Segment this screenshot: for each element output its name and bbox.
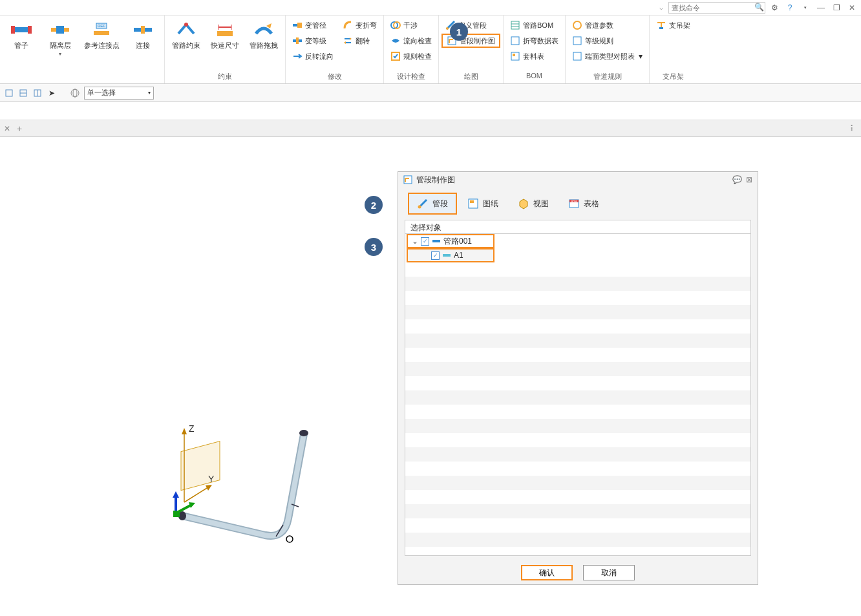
sel-globe-icon[interactable] [70,88,80,98]
ribbon-group-label: BOM [506,72,562,83]
btn-reverse-flow[interactable]: 反转流向 [288,49,337,63]
dialog-titlebar: 管段制作图 💬 ⊠ [398,172,758,187]
ribbon-group-basic: 管子 隔离层 ▾ REF 参考连接点 连接 [0,16,165,83]
svg-point-40 [71,89,79,97]
pipe-route-icon [432,237,441,246]
btn-rule-check[interactable]: 规则检查 [387,49,436,63]
svg-rect-16 [293,24,297,27]
svg-marker-67 [182,428,187,434]
svg-text:Z: Z [189,423,195,434]
svg-rect-19 [296,37,299,44]
btn-change-grade[interactable]: 变等级 [288,34,337,48]
svg-rect-85 [432,240,440,242]
dialog-tab-view[interactable]: 视图 [509,193,557,214]
tree-empty-row [405,476,750,490]
help-icon[interactable]: ? [783,1,796,14]
search-icon[interactable]: 🔍 [754,3,764,12]
object-tree[interactable]: ⌄ ✓ 管路001 ✓ A1 [405,234,751,556]
svg-rect-7 [94,31,109,35]
ribbon-group-label: 约束 [167,72,282,83]
svg-rect-1 [11,26,15,34]
btn-pipe-bom[interactable]: 管路BOM [506,18,562,32]
selection-mode-combo[interactable]: 单一选择 ▾ [84,87,154,100]
btn-quick-dim[interactable]: 快速尺寸 [206,17,244,72]
sel-filter-icon-2[interactable] [18,88,28,98]
btn-change-diameter[interactable]: 变管径 [288,18,337,32]
svg-rect-9 [144,28,152,32]
dialog-tab-segment[interactable]: 管段 [409,193,456,214]
dialog-speech-icon[interactable]: 💬 [732,175,742,184]
svg-rect-86 [443,254,451,257]
dialog-tab-table[interactable]: BOM 表格 [560,193,608,214]
gear-icon[interactable]: ⚙ [768,1,781,14]
pipe-3d-view: Z Y [149,396,343,551]
view-icon [518,198,529,209]
btn-pipe-constraint[interactable]: 管路约束 [167,17,205,72]
btn-pipe-params[interactable]: 管道参数 [568,18,646,32]
ribbon-group-modify: 变管径 变等级 反转流向 变折弯 翻转 修改 [286,16,384,83]
btn-nesting[interactable]: 套料表 [506,49,562,63]
btn-hanger[interactable]: 支吊架 [652,18,694,32]
tree-empty-row [405,277,750,291]
tree-child-row[interactable]: ✓ A1 [407,248,494,262]
sel-cursor-icon[interactable]: ➤ [47,88,57,98]
ribbon-group-check: 干涉 流向检查 规则检查 设计检查 [384,16,439,83]
checkbox[interactable]: ✓ [431,251,440,260]
sel-filter-icon-1[interactable] [4,88,14,98]
checkbox[interactable]: ✓ [421,237,429,246]
dropdown-arrow-icon: ▾ [148,90,151,96]
btn-connect[interactable]: 连接 [124,17,162,72]
tree-empty-row [405,433,750,447]
svg-point-41 [73,89,77,97]
svg-text:REF: REF [98,24,105,28]
tree-empty-row [405,362,750,376]
expand-icon[interactable]: ⌄ [412,237,418,246]
btn-isolation[interactable]: 隔离层 ▾ [41,17,79,72]
restore-icon[interactable]: ❐ [830,1,843,14]
btn-change-bend[interactable]: 变折弯 [339,18,381,32]
svg-marker-73 [173,491,179,498]
cancel-button[interactable]: 取消 [583,565,635,580]
btn-flip[interactable]: 翻转 [339,34,381,48]
search-input[interactable] [668,2,765,14]
svg-point-11 [184,23,188,27]
btn-pipe-drag[interactable]: 管路拖拽 [245,17,282,72]
svg-rect-0 [14,27,29,32]
chevron-icon[interactable]: ⌵ [659,4,663,11]
tab-close-icon[interactable]: ✕ [4,124,10,133]
ribbon-group-label: 支吊架 [652,72,694,83]
btn-ref-connect[interactable]: REF 参考连接点 [80,17,123,72]
tab-overflow-icon[interactable]: ⠇ [850,124,856,133]
minimize-icon[interactable]: — [814,1,827,14]
help-dropdown-icon[interactable]: ▾ [799,1,812,14]
tab-add-icon[interactable]: + [17,123,22,134]
close-icon[interactable]: ✕ [845,1,858,14]
dialog-tab-drawing[interactable]: 图纸 [459,193,507,214]
svg-text:BOM: BOM [571,200,577,203]
ribbon-group-label: 修改 [288,72,381,83]
svg-point-65 [299,430,308,436]
ribbon-group-draw: 定义管段 管段制作图 绘图 [439,16,504,83]
tree-empty-row [405,405,750,419]
svg-rect-8 [134,28,142,32]
tree-empty-row [405,490,750,504]
btn-flow-check[interactable]: 流向检查 [387,34,436,48]
tree-empty-row [405,419,750,433]
sel-filter-icon-3[interactable] [32,88,43,98]
svg-rect-32 [573,37,581,45]
selection-mode-value: 单一选择 [87,88,116,98]
btn-bend-data[interactable]: 折弯数据表 [506,34,562,48]
ok-button[interactable]: 确认 [521,565,573,580]
btn-end-type[interactable]: 端面类型对照表▾ [568,49,646,63]
btn-pipe[interactable]: 管子 [3,17,40,72]
svg-rect-17 [297,23,302,28]
svg-text:Y: Y [208,474,215,484]
tree-root-row[interactable]: ⌄ ✓ 管路001 [407,234,494,248]
select-objects-label: 选择对象 [405,220,751,234]
btn-interference[interactable]: 干涉 [387,18,436,32]
btn-grade-rules[interactable]: 等级规则 [568,34,646,48]
ribbon-group-label: 绘图 [441,72,500,83]
svg-rect-34 [659,27,663,29]
dialog-close-icon[interactable]: ⊠ [746,175,752,184]
svg-rect-76 [173,511,180,517]
